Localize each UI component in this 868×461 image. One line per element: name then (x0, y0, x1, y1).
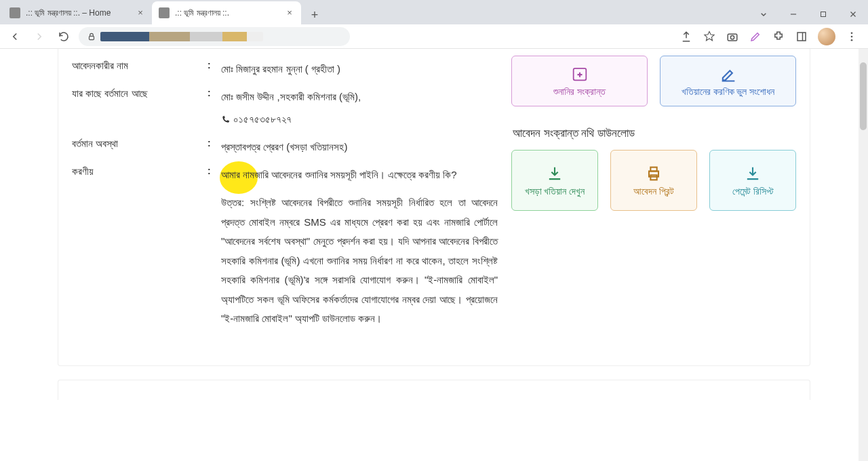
correction-button[interactable]: খতিয়ানের করণিক ভুল সংশোধন (660, 56, 796, 106)
close-icon[interactable]: × (285, 8, 294, 18)
phone-icon (221, 115, 231, 124)
download-icon (545, 164, 564, 183)
favicon-icon (9, 7, 20, 18)
svg-point-4 (730, 35, 734, 39)
edit-underline-icon (719, 64, 738, 83)
phone-number: ০১৫৭৫৩৫৮৭২৭ (221, 110, 498, 128)
url-input[interactable] (79, 27, 350, 46)
draft-khatian-button[interactable]: খসড়া খতিয়ান দেখুন (511, 150, 598, 211)
camera-icon[interactable] (726, 30, 739, 43)
tab-search-icon[interactable] (749, 4, 778, 24)
svg-point-9 (851, 39, 853, 41)
faq-answer: উত্তর: সংশ্লিষ্ট আবেদনের বিপরীতে শুনানির… (221, 193, 498, 329)
row-todo: করণীয় : আমার নামজারি আবেদনের শুনানির সম… (72, 165, 498, 329)
svg-rect-13 (650, 175, 656, 180)
download-icon (743, 164, 762, 183)
close-window-icon[interactable] (838, 4, 868, 24)
applicant-label: আবেদনকারীর নাম (72, 60, 208, 78)
page-viewport: আবেদনকারীর নাম : মোঃ মিজানুর রহমান মুন্ন… (0, 49, 868, 461)
svg-rect-3 (728, 34, 737, 41)
row-status: বর্তমান অবস্থা : প্রস্তাবপত্র প্রেরণ (খস… (72, 138, 498, 156)
faq-question: আমার নামজারি আবেদনের শুনানির সময়সূচী পা… (221, 165, 498, 184)
forward-button[interactable] (30, 27, 49, 46)
calendar-plus-icon (570, 64, 589, 83)
svg-rect-1 (821, 12, 826, 17)
tab-home[interactable]: .:: ভূমি মন্ত্রণালয় ::. – Home × (3, 1, 152, 24)
applicant-value: মোঃ মিজানুর রহমান মুন্না ( গ্রহীতা ) (221, 60, 498, 78)
tab-active[interactable]: .:: ভূমি মন্ত্রণালয় ::. × (152, 1, 301, 24)
minimize-icon[interactable] (778, 4, 808, 24)
back-button[interactable] (5, 27, 24, 46)
scrollbar[interactable] (859, 49, 868, 461)
share-icon[interactable] (679, 30, 693, 43)
next-card (58, 380, 810, 400)
tab-title: .:: ভূমি মন্ত্রণালয় ::. – Home (26, 8, 132, 18)
download-section-title: আবেদন সংক্রান্ত নথি ডাউনলোড (513, 127, 796, 140)
bookmark-icon[interactable] (703, 30, 716, 43)
status-label: বর্তমান অবস্থা (72, 138, 208, 156)
printer-icon (644, 164, 663, 183)
url-text (100, 32, 263, 41)
application-details-card: আবেদনকারীর নাম : মোঃ মিজানুর রহমান মুন্ন… (58, 49, 810, 366)
maximize-icon[interactable] (808, 4, 838, 24)
extensions-icon[interactable] (772, 30, 785, 43)
with-value: মোঃ জসীম উদ্দীন ,সহকারী কমিশনার (ভূমি), (221, 87, 498, 106)
svg-point-7 (851, 32, 853, 34)
address-bar (0, 24, 868, 49)
todo-label: করণীয় (72, 165, 208, 329)
svg-rect-5 (797, 33, 806, 41)
with-label: যার কাছে বর্তমানে আছে (72, 87, 208, 128)
tab-title: .:: ভূমি মন্ত্রণালয় ::. (175, 8, 281, 18)
profile-avatar[interactable] (818, 28, 835, 45)
application-print-button[interactable]: আবেদন প্রিন্ট (610, 150, 697, 211)
payment-receipt-button[interactable]: পেমেন্ট রিসিপ্ট (709, 150, 796, 211)
row-currently-with: যার কাছে বর্তমানে আছে : মোঃ জসীম উদ্দীন … (72, 87, 498, 128)
hearing-button[interactable]: শুনানির সংক্রান্ত (511, 56, 648, 106)
row-applicant: আবেদনকারীর নাম : মোঃ মিজানুর রহমান মুন্ন… (72, 60, 498, 78)
close-icon[interactable]: × (136, 8, 145, 18)
reload-button[interactable] (54, 27, 73, 46)
new-tab-button[interactable]: + (305, 5, 324, 24)
window-controls (749, 4, 868, 24)
svg-rect-12 (650, 167, 656, 171)
tab-strip: .:: ভূমি মন্ত্রণালয় ::. – Home × .:: ভূ… (0, 0, 868, 24)
status-value: প্রস্তাবপত্র প্রেরণ (খসড়া খতিয়ানসহ) (221, 138, 498, 156)
menu-icon[interactable] (845, 30, 859, 43)
lock-icon (87, 32, 96, 41)
svg-rect-2 (90, 36, 94, 39)
svg-point-8 (851, 35, 853, 37)
sidepanel-icon[interactable] (795, 30, 808, 43)
favicon-icon (159, 7, 170, 18)
edit-icon[interactable] (749, 30, 762, 43)
